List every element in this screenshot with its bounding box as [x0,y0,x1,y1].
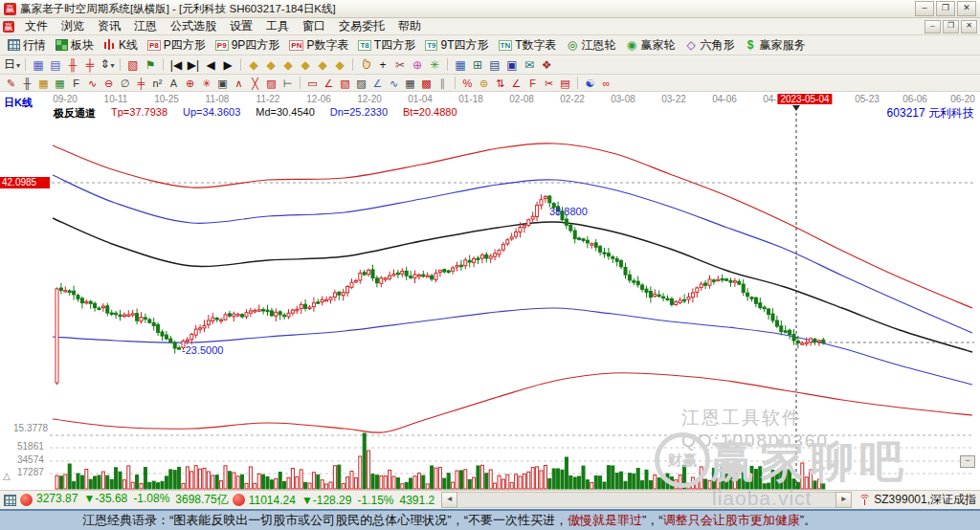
kline-button[interactable]: K线 [99,37,143,54]
quotes-button[interactable]: 行情 [3,37,51,54]
cut-tool-icon[interactable]: ✂ [391,57,409,73]
winner-wheel-button[interactable]: ◉赢家轮 [621,37,680,54]
wave-tool-icon[interactable]: ∧ [231,76,247,91]
menu-item-窗口[interactable]: 窗口 [296,19,332,33]
gann-grid-icon[interactable]: ╫ [19,76,35,91]
gann-wheel-button[interactable]: ◎江恩轮 [562,37,621,54]
menu-item-工具[interactable]: 工具 [259,19,296,33]
gann-box-icon[interactable]: ▦ [35,76,52,91]
horizontal-scrollbar[interactable]: ◄ ► [441,493,852,508]
gann-diamond-down-icon[interactable]: ◆ [297,57,314,73]
scroll-right-button[interactable]: ► [835,492,852,508]
last-bar-icon[interactable]: ▶| [185,57,202,73]
candle-style-icon[interactable]: ╫ [64,57,81,73]
rays-icon[interactable]: ∠ [321,76,337,91]
angle2-icon[interactable]: ∠ [508,76,524,91]
hexagon-button[interactable]: ◇六角形 [680,37,740,54]
fib2-icon[interactable]: F [524,76,541,91]
yinyang-icon[interactable]: ☯ [582,76,598,91]
calculator-icon[interactable]: ⊞ [469,57,486,73]
candle-style2-icon[interactable]: ╪ [81,57,99,73]
t9-square-button[interactable]: T99T四方形 [420,37,493,54]
next-bar-icon[interactable]: ▶ [219,57,236,73]
infinity-icon[interactable]: ∞ [598,76,614,91]
close-button[interactable]: ✕ [957,1,976,16]
menu-item-江恩[interactable]: 江恩 [127,19,164,33]
gann-diamond-out-icon[interactable]: ◆ [331,57,348,73]
shade2-icon[interactable]: ▨ [353,76,369,91]
flag-icon[interactable]: ⚑ [142,57,159,73]
p-square-button[interactable]: P8P四方形 [143,37,211,54]
ellipse-tool-icon[interactable]: ∅ [117,76,133,91]
star-tool-icon[interactable]: ✳ [198,76,214,91]
pane-resize-handle[interactable]: △ [3,471,11,481]
t-digits-button[interactable]: TNT数字表 [494,37,562,54]
overlay-icon[interactable]: ▧ [124,57,142,73]
gann-diamond-in-icon[interactable]: ◆ [314,57,331,73]
notes-icon[interactable]: ▤ [486,57,503,73]
menu-item-文件[interactable]: 文件 [18,19,55,33]
sectors-button[interactable]: 板块 [51,37,99,54]
menu-item-帮助[interactable]: 帮助 [391,19,428,33]
fib-tool-icon[interactable]: F [68,76,84,91]
magnet-tool-icon[interactable]: ⊕ [409,57,426,73]
pencil-tool-icon[interactable]: ✎ [3,76,19,91]
info-panel-icon[interactable]: ▤ [47,57,64,73]
scrollbar-track[interactable] [457,492,835,508]
collapse-pane-button[interactable]: − [960,455,975,468]
gann-diamond-left-icon[interactable]: ◆ [245,57,262,73]
menu-item-交易委托[interactable]: 交易委托 [332,19,391,33]
grid2-icon[interactable]: ▦ [402,76,418,91]
mail-icon[interactable]: ✉ [521,57,538,73]
menu-item-资讯[interactable]: 资讯 [91,19,127,33]
first-bar-icon[interactable]: |◀ [167,57,185,73]
tick-tool-icon[interactable]: ⊢ [279,76,296,91]
grid3-icon[interactable]: ▩ [418,76,434,91]
gann-box2-icon[interactable]: ▦ [52,76,68,91]
save-icon[interactable]: ▣ [503,57,521,73]
scroll-left-button[interactable]: ◄ [441,492,457,508]
mdi-minimize-button[interactable]: – [924,20,941,33]
box-tool-icon[interactable]: ▣ [214,76,231,91]
service-cart-icon[interactable]: ❖ [538,57,555,73]
scissors2-icon[interactable]: ✂ [541,76,557,91]
calendar-icon[interactable]: ▦ [452,57,469,73]
circle-tool-icon[interactable]: ⊖ [100,76,117,91]
panel-icon[interactable]: ▤ [557,76,573,91]
grid-tool-icon[interactable]: ╪ [133,76,149,91]
p-digits-button[interactable]: PNP数字表 [284,37,353,54]
hatch-tool-icon[interactable]: ▨ [263,76,279,91]
chart-area[interactable]: 日K线 09-2010-1110-2511-0811-2212-0612-200… [0,92,980,490]
slash-icon[interactable]: ∥ [434,76,451,91]
spiral-tool-icon[interactable]: ∿ [84,76,100,91]
minimize-button[interactable]: – [915,1,934,16]
p9-square-button[interactable]: P99P四方形 [211,37,284,54]
prev-bar-icon[interactable]: ◀ [202,57,219,73]
winner-service-button[interactable]: $赢家服务 [740,37,811,54]
ratio-icon[interactable]: % [459,76,476,91]
index-selector[interactable]: SZ399001,深证成指 [858,492,976,508]
target-tool-icon[interactable]: ⊕ [182,76,198,91]
t-square-button[interactable]: T8T四方形 [353,37,420,54]
n2-tool-icon[interactable]: n² [149,76,166,91]
measure-tool-icon[interactable]: ✳ [426,57,443,73]
scale-toggle-icon[interactable]: ⇕▾ [99,56,116,74]
cross-tool-icon[interactable]: ╳ [247,76,263,91]
text-tool-icon[interactable]: A [166,76,182,91]
grid-icon[interactable] [4,495,16,506]
gann-diamond-right-icon[interactable]: ◆ [262,57,279,73]
angle-icon[interactable]: ∠ [369,76,386,91]
restore-button[interactable]: ❐ [936,1,955,16]
hand-tool-icon[interactable] [357,56,374,73]
percent-line-icon[interactable]: ⊜ [476,76,492,91]
rect-zone-icon[interactable]: ▭ [304,76,321,91]
menu-item-公式选股[interactable]: 公式选股 [164,19,223,33]
sine-icon[interactable]: ∿ [386,76,402,91]
window-layout-icon[interactable]: ▦ [30,57,47,73]
period-selector[interactable]: 日▾ [3,56,21,74]
mdi-restore-button[interactable]: ❐ [943,20,959,33]
menu-item-设置[interactable]: 设置 [223,19,259,33]
shade-icon[interactable]: ▧ [337,76,353,91]
gann-diamond-up-icon[interactable]: ◆ [279,57,297,73]
swap-icon[interactable]: ⇅ [492,76,508,91]
